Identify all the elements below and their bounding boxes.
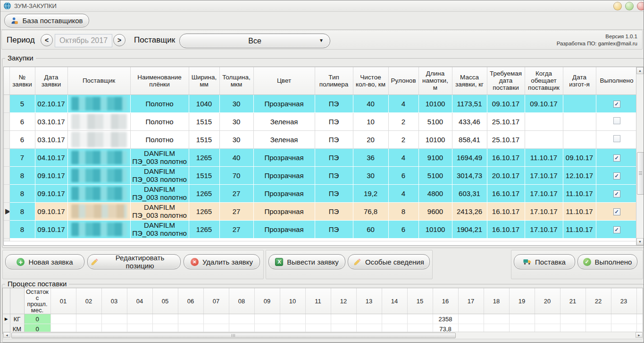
cell-mass_kg[interactable]: 603,31 xyxy=(452,184,487,202)
cell-film[interactable]: Полотно xyxy=(130,130,189,148)
day-cell-15[interactable] xyxy=(407,314,433,324)
cell-promise[interactable]: 17.10.17 xyxy=(525,166,563,184)
cell-film[interactable]: DANFILM ПЭ_003 полотно xyxy=(130,220,189,238)
delivery-button[interactable]: Поставка xyxy=(514,254,575,269)
column-header-film[interactable]: Наименование плёнки xyxy=(130,67,189,94)
done-checkbox-checked[interactable]: ✓ xyxy=(613,154,620,162)
cell-thickness[interactable]: 27 xyxy=(219,184,253,202)
cell-due[interactable]: 16.10.17 xyxy=(487,184,525,202)
cell-polymer[interactable]: ПЭ xyxy=(315,166,353,184)
cell-promise[interactable]: 17.10.17 xyxy=(525,220,563,238)
cell-thickness[interactable]: 40 xyxy=(219,148,253,166)
done-checkbox-unchecked[interactable] xyxy=(613,135,620,142)
cell-promise[interactable] xyxy=(525,130,563,148)
cell-made[interactable] xyxy=(563,130,596,148)
cell-polymer[interactable]: ПЭ xyxy=(315,94,353,112)
cell-made[interactable] xyxy=(563,112,596,130)
cell-rolls[interactable]: 2 xyxy=(388,130,418,148)
column-header-net_km[interactable]: Чистое кол-во, км xyxy=(353,67,388,94)
cell-done[interactable] xyxy=(596,130,637,148)
column-header-supplier[interactable]: Поставщик xyxy=(67,67,130,94)
done-checkbox-checked[interactable]: ✓ xyxy=(613,226,620,233)
cell-polymer[interactable]: ПЭ xyxy=(315,148,353,166)
close-button[interactable] xyxy=(637,2,644,10)
day-column-header-19[interactable]: 19 xyxy=(509,288,535,314)
cell-thickness[interactable]: 30 xyxy=(219,94,253,112)
scroll-left-icon[interactable]: ◄ xyxy=(3,332,10,338)
day-column-header-15[interactable]: 15 xyxy=(407,288,433,314)
cell-rolls[interactable]: 4 xyxy=(388,148,418,166)
day-cell-21[interactable] xyxy=(560,314,585,324)
column-header-mass_kg[interactable]: Масса заявки, кг xyxy=(452,67,487,94)
cell-rolls[interactable]: 6 xyxy=(388,220,418,238)
day-column-header-17[interactable]: 17 xyxy=(458,288,484,314)
cell-color[interactable]: Зеленая xyxy=(253,112,315,130)
row-header[interactable] xyxy=(4,148,9,166)
day-cell-10[interactable] xyxy=(280,314,305,324)
cell-promise[interactable]: 11.10.17 xyxy=(525,148,563,166)
cell-mass_kg[interactable]: 1904,21 xyxy=(452,220,487,238)
cell-mass_kg[interactable]: 858,41 xyxy=(452,130,487,148)
day-cell-09[interactable] xyxy=(254,314,280,324)
day-cell-22[interactable] xyxy=(585,314,611,324)
day-cell-12[interactable] xyxy=(331,314,356,324)
day-cell-06[interactable] xyxy=(178,314,203,324)
cell-wind_m[interactable]: 10100 xyxy=(418,220,452,238)
cell-wind_m[interactable]: 4800 xyxy=(418,184,452,202)
day-column-header-21[interactable]: 21 xyxy=(560,288,585,314)
day-cell-01[interactable] xyxy=(50,314,76,324)
done-checkbox-checked[interactable]: ✓ xyxy=(613,190,620,197)
special-info-button[interactable]: Особые сведения xyxy=(348,254,430,269)
day-cell-05[interactable] xyxy=(152,314,178,324)
cell-net_km[interactable]: 60 xyxy=(353,220,388,238)
cell-color[interactable]: Зеленая xyxy=(253,130,315,148)
day-cell-16[interactable]: 2358 xyxy=(433,314,458,324)
cell-due[interactable]: 09.10.17 xyxy=(487,94,525,112)
cell-made[interactable]: 12.10.17 xyxy=(563,166,596,184)
cell-net_km[interactable]: 76,8 xyxy=(353,202,388,220)
cell-film[interactable]: Полотно xyxy=(130,94,189,112)
minimize-button[interactable] xyxy=(613,2,622,10)
day-cell-18[interactable] xyxy=(484,314,509,324)
cell-done[interactable]: ✓ xyxy=(596,166,637,184)
cell-num[interactable]: 8 xyxy=(9,184,35,202)
day-cell-08[interactable] xyxy=(229,314,254,324)
day-cell-17[interactable] xyxy=(458,314,484,324)
maximize-button[interactable] xyxy=(625,2,634,10)
day-column-header-02[interactable]: 02 xyxy=(76,288,101,314)
cell-mass_kg[interactable]: 1694,49 xyxy=(452,148,487,166)
cell-done[interactable]: ✓ xyxy=(596,220,637,238)
cell-done[interactable]: ✓ xyxy=(596,202,637,220)
cell-supplier[interactable] xyxy=(67,202,130,220)
cell-color[interactable]: Прозрачная xyxy=(253,220,315,238)
cell-num[interactable]: 6 xyxy=(9,112,35,130)
cell-film[interactable]: DANFILM ПЭ_003 полотно xyxy=(130,202,189,220)
leftover-column-header[interactable]: Остаток с прошл. мес. xyxy=(24,288,50,314)
day-column-header-05[interactable]: 05 xyxy=(152,288,178,314)
day-column-header-23[interactable]: 23 xyxy=(611,288,636,314)
cell-done[interactable]: ✓ xyxy=(596,94,637,112)
column-header-polymer[interactable]: Тип полимера xyxy=(315,67,353,94)
day-column-header-07[interactable]: 07 xyxy=(203,288,229,314)
cell-supplier[interactable] xyxy=(67,220,130,238)
cell-due[interactable]: 25.10.17 xyxy=(487,112,525,130)
delete-request-button[interactable]: ✕ Удалить заявку xyxy=(184,254,260,269)
prev-period-button[interactable]: < xyxy=(41,34,53,46)
cell-date[interactable]: 09.10.17 xyxy=(35,184,67,202)
column-header-rolls[interactable]: Рулонов xyxy=(388,67,418,94)
cell-due[interactable]: 20.10.17 xyxy=(487,166,525,184)
day-column-header-01[interactable]: 01 xyxy=(50,288,76,314)
cell-num[interactable]: 5 xyxy=(9,94,35,112)
day-column-header-14[interactable]: 14 xyxy=(382,288,407,314)
day-cell-02[interactable] xyxy=(76,314,101,324)
cell-film[interactable]: DANFILM ПЭ_003 полотно xyxy=(130,148,189,166)
cell-wind_m[interactable]: 9100 xyxy=(418,148,452,166)
cell-polymer[interactable]: ПЭ xyxy=(315,202,353,220)
day-cell-13[interactable] xyxy=(356,314,382,324)
selected-row-arrow-icon[interactable]: ▶ xyxy=(3,314,10,324)
cell-promise[interactable]: 17.10.17 xyxy=(525,202,563,220)
day-column-header-16[interactable]: 16 xyxy=(433,288,458,314)
cell-num[interactable]: 8 xyxy=(9,202,35,220)
day-column-header-18[interactable]: 18 xyxy=(484,288,509,314)
cell-done[interactable]: ✓ xyxy=(596,148,637,166)
